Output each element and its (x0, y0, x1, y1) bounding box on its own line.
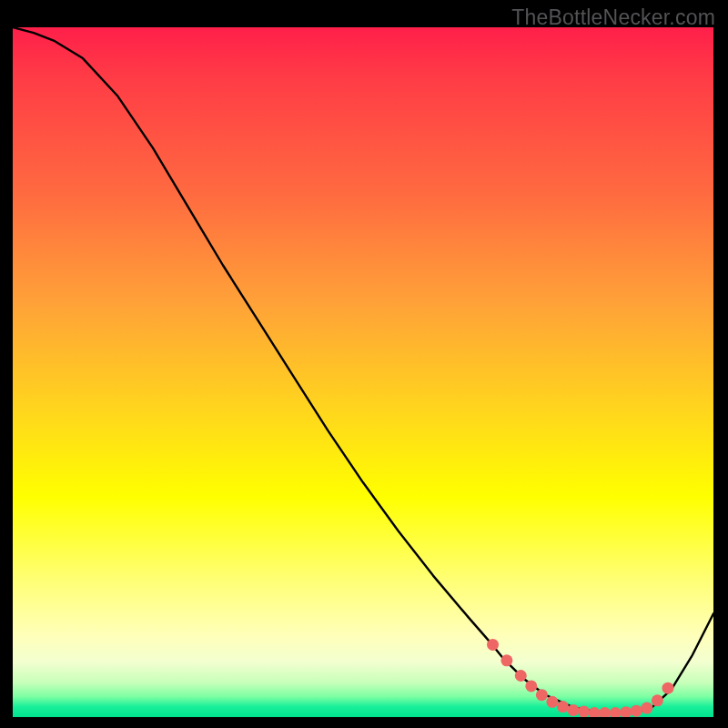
watermark-text: TheBottleNecker.com (511, 5, 715, 30)
plot-area (13, 27, 713, 717)
